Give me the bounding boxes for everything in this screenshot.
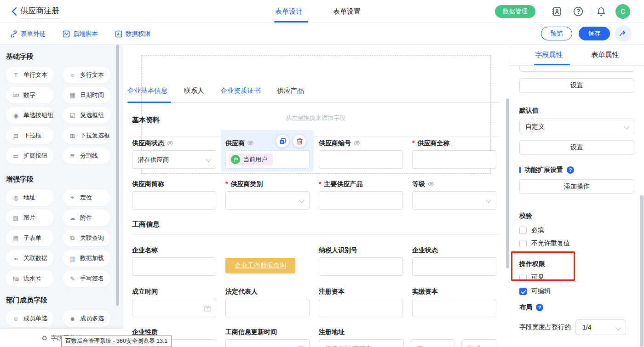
- preview-button[interactable]: 预览: [541, 27, 572, 40]
- field-supplier-shortname[interactable]: 供应商简称: [132, 181, 216, 210]
- field-item-data-load[interactable]: ▥数据加载: [63, 250, 110, 267]
- field-item-radio-group[interactable]: ◉单选按钮组: [6, 107, 54, 124]
- checkbox-required[interactable]: 必填: [519, 227, 634, 234]
- field-item-datetime[interactable]: ▦日期时间: [63, 87, 110, 103]
- supplier-category-select[interactable]: [225, 191, 310, 210]
- field-item-member-multi[interactable]: ☻成员多选: [63, 310, 110, 327]
- bell-icon[interactable]: [596, 6, 607, 17]
- supplier-fullname-input[interactable]: [412, 150, 496, 169]
- field-item-number[interactable]: 123数字: [6, 87, 54, 103]
- save-button[interactable]: 保存: [579, 27, 610, 40]
- field-registered-capital[interactable]: 注册资本: [319, 288, 403, 317]
- canvas-scrollbar[interactable]: [506, 98, 509, 268]
- checkbox-checked-icon[interactable]: [519, 288, 527, 295]
- field-item-subform[interactable]: ▤子表单: [6, 230, 54, 246]
- field-item-serial-number[interactable]: №流水号: [6, 270, 54, 287]
- page-title[interactable]: 供应商注册: [20, 6, 59, 19]
- field-supplier-selected[interactable]: 供应商 户 当前用户: [221, 130, 314, 171]
- help-icon[interactable]: [573, 6, 584, 17]
- field-item-checkbox-group[interactable]: ☑复选框组: [63, 107, 110, 124]
- supplier-shortname-input[interactable]: [132, 191, 216, 210]
- tab-form-settings[interactable]: 表单设置: [333, 7, 361, 16]
- window-scrollbar[interactable]: [640, 195, 644, 347]
- canvas-tab-products[interactable]: 供应产品: [277, 86, 304, 95]
- field-supplier-code[interactable]: 供应商编号: [319, 140, 403, 169]
- field-item-dropdown[interactable]: ⊟下拉框: [6, 127, 54, 144]
- field-supplier-fullname[interactable]: *供应商全称: [412, 140, 496, 169]
- share-button[interactable]: [615, 25, 632, 42]
- checkbox-icon[interactable]: [519, 274, 527, 281]
- city-select[interactable]: 市: [411, 339, 454, 347]
- help-icon[interactable]: ?: [567, 166, 574, 174]
- data-manage-button[interactable]: 数据管理: [495, 5, 535, 18]
- field-item-relation-query[interactable]: ⧉关联查询: [63, 230, 110, 246]
- checkbox-icon[interactable]: [519, 240, 527, 247]
- delete-field-button[interactable]: [293, 135, 306, 148]
- field-registered-address[interactable]: 注册地址 省/自治区/直辖市 市 区/县: [319, 329, 496, 347]
- checkbox-icon[interactable]: [519, 227, 527, 234]
- field-company-name[interactable]: 企业名称: [132, 247, 216, 276]
- field-business-info-update-time[interactable]: 工商信息更新时间 7: [225, 329, 310, 347]
- field-company-status[interactable]: 企业状态: [412, 247, 496, 276]
- field-item-relation-data[interactable]: ∞关联数据: [6, 250, 54, 267]
- business-info-update-time-input[interactable]: 7: [225, 339, 310, 347]
- company-name-input[interactable]: [132, 257, 216, 276]
- supplier-tag-input[interactable]: 户 当前用户: [225, 150, 310, 169]
- field-item-divider[interactable]: ≣分割线: [63, 148, 110, 164]
- field-item-attachment[interactable]: ☁附件: [63, 210, 110, 226]
- field-grade[interactable]: 等级: [412, 181, 496, 210]
- default-value-select[interactable]: 自定义: [519, 119, 634, 134]
- field-main-products[interactable]: *主要供应产品: [319, 181, 403, 210]
- field-paidin-capital[interactable]: 实缴资本: [412, 288, 496, 317]
- address-book-icon[interactable]: [551, 6, 562, 17]
- avatar[interactable]: C: [615, 4, 630, 19]
- canvas-tab-qualification[interactable]: 企业资质证书: [221, 86, 261, 95]
- field-item-locate[interactable]: ⌖定位: [63, 189, 110, 206]
- field-width-select[interactable]: 1/4: [575, 319, 626, 335]
- field-business-data-query[interactable]: 企业工商数据查询: [225, 247, 310, 276]
- checkbox-editable[interactable]: 可编辑: [519, 288, 634, 295]
- tab-field-properties[interactable]: 字段属性: [535, 51, 563, 59]
- field-legal-representative[interactable]: 法定代表人: [225, 288, 310, 317]
- field-item-single-line-text[interactable]: T单行文本: [6, 67, 54, 83]
- current-user-tag[interactable]: 户 当前用户: [229, 154, 273, 165]
- field-item-address[interactable]: ◎地址: [6, 189, 54, 206]
- canvas-tab-contact[interactable]: 联系人: [184, 86, 204, 95]
- tab-form-design[interactable]: 表单设计: [275, 7, 303, 16]
- paidin-capital-input[interactable]: [412, 299, 496, 317]
- founding-date-input[interactable]: 7: [132, 299, 216, 317]
- checkbox-visible[interactable]: 可见: [519, 274, 634, 281]
- business-data-query-button[interactable]: 企业工商数据查询: [225, 258, 295, 273]
- canvas-tab-company-info[interactable]: 企业基本信息: [127, 86, 167, 95]
- field-item-multi-line-text[interactable]: ≡多行文本: [63, 67, 110, 83]
- sidebar-scrollbar[interactable]: [116, 45, 119, 306]
- field-taxpayer-id[interactable]: 纳税人识别号: [319, 247, 403, 276]
- district-select[interactable]: 区/县: [461, 339, 496, 347]
- field-item-member-single[interactable]: ☺成员单选: [6, 310, 54, 327]
- grade-select[interactable]: [412, 191, 496, 210]
- help-icon[interactable]: ?: [536, 304, 543, 311]
- settings-button[interactable]: 设置: [519, 78, 634, 93]
- add-action-button[interactable]: 添加操作: [519, 179, 634, 194]
- settings-button[interactable]: 设置: [519, 140, 634, 155]
- supplier-status-select[interactable]: 潜在供应商: [132, 150, 216, 169]
- field-item-dropdown-multi[interactable]: ⊞下拉复选框: [63, 127, 110, 144]
- field-item-image[interactable]: ▧图片: [6, 210, 54, 226]
- field-supplier-category[interactable]: *供应商类别: [225, 181, 310, 210]
- copy-field-button[interactable]: [276, 135, 289, 148]
- field-item-signature[interactable]: ✎手写签名: [63, 270, 110, 287]
- field-item-extend-button[interactable]: ▭扩展按钮: [6, 148, 54, 164]
- back-icon[interactable]: [9, 6, 20, 17]
- checkbox-no-duplicate[interactable]: 不允许重复值: [519, 240, 634, 247]
- company-status-input[interactable]: [412, 257, 496, 276]
- main-products-input[interactable]: [319, 191, 403, 210]
- supplier-code-input[interactable]: [319, 150, 403, 169]
- tab-form-properties[interactable]: 表单属性: [592, 51, 619, 59]
- registered-capital-input[interactable]: [319, 299, 403, 317]
- legal-representative-input[interactable]: [225, 299, 310, 317]
- province-select[interactable]: 省/自治区/直辖市: [319, 339, 404, 347]
- field-founding-date[interactable]: 成立时间 7: [132, 288, 216, 317]
- data-permission-link[interactable]: 数据权限: [115, 30, 150, 38]
- taxpayer-id-input[interactable]: [319, 257, 403, 276]
- field-supplier-status[interactable]: 供应商状态 潜在供应商: [132, 140, 216, 169]
